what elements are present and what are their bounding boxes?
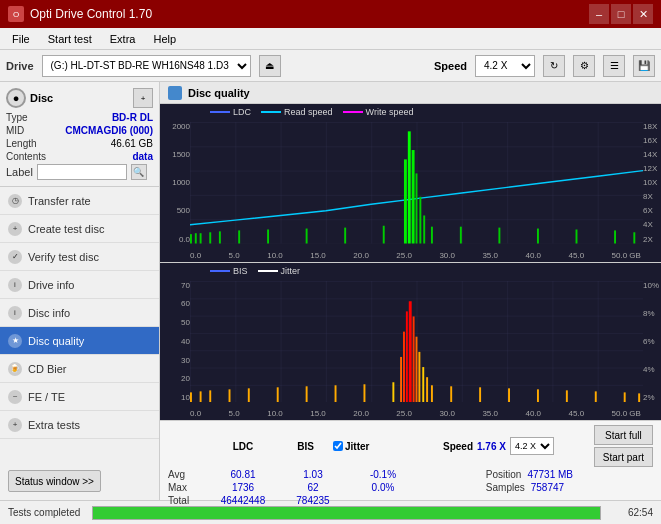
speed-select[interactable]: 4.2 X xyxy=(475,55,535,77)
disc-mid-label: MID xyxy=(6,125,24,136)
svg-rect-15 xyxy=(419,197,421,244)
stats-avg-row: Avg 60.81 1.03 -0.1% xyxy=(168,469,418,480)
samples-label: Samples xyxy=(486,482,525,493)
sidebar-item-fe-te[interactable]: ~ FE / TE xyxy=(0,383,159,411)
disc-quality-title: Disc quality xyxy=(188,87,250,99)
disc-type-label: Type xyxy=(6,112,28,123)
app-icon: O xyxy=(8,6,24,22)
time-text: 62:54 xyxy=(613,507,653,518)
svg-rect-7 xyxy=(267,229,269,243)
title-bar-controls[interactable]: – □ ✕ xyxy=(589,4,653,24)
position-row: Position 47731 MB xyxy=(486,469,573,480)
sidebar-item-cd-bier[interactable]: 🍺 CD Bier xyxy=(0,355,159,383)
sidebar-item-disc-info[interactable]: i Disc info xyxy=(0,299,159,327)
svg-rect-12 xyxy=(408,131,411,243)
disc-quality-icon: ★ xyxy=(8,334,22,348)
svg-rect-34 xyxy=(392,382,394,402)
read-speed-color xyxy=(261,111,281,113)
speed-value: 1.76 X xyxy=(477,441,506,452)
stats-max-bis: 62 xyxy=(278,482,348,493)
svg-rect-42 xyxy=(422,367,424,402)
speed-header-label: Speed xyxy=(443,441,473,452)
bottom-chart-x-labels: 0.0 5.0 10.0 15.0 20.0 25.0 30.0 35.0 40… xyxy=(190,409,641,418)
svg-rect-43 xyxy=(426,377,428,402)
disc-icon: ● xyxy=(6,88,26,108)
verify-test-disc-icon: ✓ xyxy=(8,250,22,264)
stats-total-label: Total xyxy=(168,495,208,506)
legend-write-speed-label: Write speed xyxy=(366,107,414,117)
svg-rect-2 xyxy=(195,233,197,243)
sidebar-item-verify-test-disc[interactable]: ✓ Verify test disc xyxy=(0,243,159,271)
sidebar-item-verify-test-disc-label: Verify test disc xyxy=(28,251,99,263)
svg-rect-52 xyxy=(638,393,640,402)
jitter-checkbox[interactable] xyxy=(333,441,343,451)
sidebar-item-disc-quality[interactable]: ★ Disc quality xyxy=(0,327,159,355)
svg-rect-23 xyxy=(633,232,635,243)
stats-bis-header: BIS xyxy=(278,441,333,452)
svg-rect-33 xyxy=(363,384,365,402)
stats-bar: LDC BIS Jitter Speed 1.76 X 4.2 X Start … xyxy=(160,420,661,500)
bis-color xyxy=(210,270,230,272)
status-text: Tests completed xyxy=(8,507,80,518)
legend-ldc: LDC xyxy=(210,107,251,117)
maximize-button[interactable]: □ xyxy=(611,4,631,24)
start-full-button[interactable]: Start full xyxy=(594,425,653,445)
stats-max-row: Max 1736 62 0.0% xyxy=(168,482,418,493)
minimize-button[interactable]: – xyxy=(589,4,609,24)
disc-contents-value: data xyxy=(132,151,153,162)
settings-button2[interactable]: ☰ xyxy=(603,55,625,77)
status-window-button[interactable]: Status window >> xyxy=(8,470,101,492)
save-button[interactable]: 💾 xyxy=(633,55,655,77)
sidebar-item-create-test-disc[interactable]: + Create test disc xyxy=(0,215,159,243)
legend-write-speed: Write speed xyxy=(343,107,414,117)
menu-bar: File Start test Extra Help xyxy=(0,28,661,50)
menu-extra[interactable]: Extra xyxy=(102,31,144,47)
sidebar-item-disc-quality-label: Disc quality xyxy=(28,335,84,347)
disc-label-button[interactable]: 🔍 xyxy=(131,164,147,180)
stats-max-ldc: 1736 xyxy=(208,482,278,493)
disc-title: Disc xyxy=(30,92,53,104)
svg-rect-5 xyxy=(219,231,221,243)
title-bar: O Opti Drive Control 1.70 – □ ✕ xyxy=(0,0,661,28)
disc-quality-header-icon xyxy=(168,86,182,100)
disc-contents-row: Contents data xyxy=(6,151,153,162)
menu-help[interactable]: Help xyxy=(145,31,184,47)
settings-button1[interactable]: ⚙ xyxy=(573,55,595,77)
top-chart: LDC Read speed Write speed 2000 1500 xyxy=(160,104,661,263)
disc-expand-button[interactable]: + xyxy=(133,88,153,108)
speed-display: Speed 1.76 X 4.2 X xyxy=(443,437,554,455)
drive-select[interactable]: (G:) HL-DT-ST BD-RE WH16NS48 1.D3 xyxy=(42,55,251,77)
top-chart-y-labels-right: 18X 16X 14X 12X 10X 8X 6X 4X 2X xyxy=(643,122,659,244)
menu-file[interactable]: File xyxy=(4,31,38,47)
svg-rect-28 xyxy=(229,389,231,402)
stats-ldc-header: LDC xyxy=(208,441,278,452)
speed-dropdown[interactable]: 4.2 X xyxy=(510,437,554,455)
svg-rect-18 xyxy=(460,227,462,244)
disc-label-label: Label xyxy=(6,166,33,178)
disc-label-input[interactable] xyxy=(37,164,127,180)
nav-items: ◷ Transfer rate + Create test disc ✓ Ver… xyxy=(0,187,159,462)
sidebar-item-drive-info[interactable]: i Drive info xyxy=(0,271,159,299)
disc-info-icon: i xyxy=(8,306,22,320)
sidebar-item-extra-tests[interactable]: + Extra tests xyxy=(0,411,159,439)
svg-rect-44 xyxy=(431,385,433,402)
svg-rect-46 xyxy=(479,387,481,402)
refresh-button[interactable]: ↻ xyxy=(543,55,565,77)
svg-rect-17 xyxy=(431,227,433,244)
eject-button[interactable]: ⏏ xyxy=(259,55,281,77)
svg-rect-21 xyxy=(576,229,578,243)
svg-rect-1 xyxy=(190,234,192,243)
close-button[interactable]: ✕ xyxy=(633,4,653,24)
position-samples: Position 47731 MB Samples 758747 xyxy=(486,469,653,507)
disc-panel: ● Disc + Type BD-R DL MID CMCMAGDI6 (000… xyxy=(0,82,159,187)
svg-rect-37 xyxy=(406,311,408,402)
svg-rect-47 xyxy=(508,388,510,402)
start-part-button[interactable]: Start part xyxy=(594,447,653,467)
progress-container xyxy=(92,506,601,520)
sidebar: ● Disc + Type BD-R DL MID CMCMAGDI6 (000… xyxy=(0,82,160,500)
sidebar-item-transfer-rate[interactable]: ◷ Transfer rate xyxy=(0,187,159,215)
menu-start-test[interactable]: Start test xyxy=(40,31,100,47)
jitter-checkbox-area[interactable]: Jitter xyxy=(333,441,433,452)
svg-rect-30 xyxy=(277,387,279,402)
svg-rect-50 xyxy=(595,391,597,402)
